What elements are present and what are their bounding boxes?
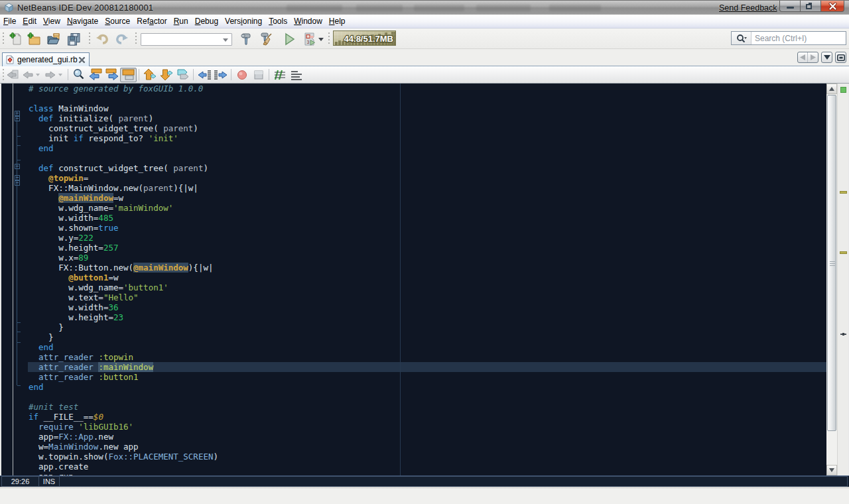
find-previous-occurrence-button[interactable] xyxy=(87,68,103,82)
netbeans-window: NetBeans IDE Dev 200812180001 Send Feedb… xyxy=(0,0,849,504)
fold-end-tick xyxy=(17,342,21,343)
code-line-10: @topwin= xyxy=(29,173,218,183)
run-project-button[interactable] xyxy=(281,31,298,48)
clean-build-icon xyxy=(259,32,274,46)
menu-window[interactable]: Window xyxy=(291,15,326,27)
debug-project-button[interactable]: 3 xyxy=(300,31,318,48)
search-input[interactable]: Search (Ctrl+I) xyxy=(751,34,807,43)
toolbar-grip[interactable] xyxy=(3,32,4,45)
debug-dropdown-button[interactable] xyxy=(317,31,325,48)
tab-close-icon[interactable] xyxy=(78,56,86,64)
menu-tools[interactable]: Tools xyxy=(265,15,291,27)
search-scope-button[interactable] xyxy=(732,32,751,44)
new-file-button[interactable] xyxy=(7,31,25,48)
find-button[interactable] xyxy=(70,68,87,82)
scroll-tabs-right-button[interactable] xyxy=(808,52,818,62)
back-icon xyxy=(22,69,42,81)
menu-help[interactable]: Help xyxy=(326,15,349,27)
forward-button[interactable] xyxy=(43,68,66,82)
send-feedback-link[interactable]: Send Feedback xyxy=(719,3,777,13)
window-title: NetBeans IDE Dev 200812180001 xyxy=(17,3,153,13)
fold-toggle-box[interactable] xyxy=(15,175,20,180)
open-project-button[interactable] xyxy=(45,31,62,48)
code-line-5: construct_widget_tree( parent) xyxy=(29,123,218,133)
build-project-button[interactable] xyxy=(237,31,255,48)
close-button[interactable] xyxy=(820,1,844,12)
menu-navigate[interactable]: Navigate xyxy=(64,15,101,27)
warning-mark[interactable] xyxy=(840,251,847,254)
menu-source[interactable]: Source xyxy=(101,15,133,27)
clean-build-project-button[interactable] xyxy=(258,31,275,48)
tab-generated-gui-rb[interactable]: generated_gui.rb xyxy=(2,52,90,66)
undo-button[interactable] xyxy=(94,31,111,48)
code-line-35: require 'libGUIb16' xyxy=(29,422,218,432)
code-line-4: def initialize( parent) xyxy=(29,113,218,123)
caret-position-mark[interactable] xyxy=(840,334,846,335)
menu-debug[interactable]: Debug xyxy=(192,15,222,27)
title-bar[interactable]: NetBeans IDE Dev 200812180001 Send Feedb… xyxy=(0,0,849,15)
code-editor[interactable]: # source generated by foxGUIb 1.0.0class… xyxy=(0,84,849,475)
menu-file[interactable]: File xyxy=(0,15,19,27)
warning-mark[interactable] xyxy=(840,191,847,194)
toolbar-grip[interactable] xyxy=(135,32,137,45)
code-area[interactable]: # source generated by foxGUIb 1.0.0class… xyxy=(28,84,826,475)
menu-run[interactable]: Run xyxy=(170,15,192,27)
scroll-down-button[interactable] xyxy=(826,465,837,475)
status-message-cell xyxy=(60,476,848,487)
scroll-left-icon xyxy=(800,54,805,60)
fold-toggle-box[interactable] xyxy=(15,180,20,186)
restore-button[interactable] xyxy=(800,1,820,12)
stop-macro-recording-button[interactable] xyxy=(250,68,267,82)
code-line-1: # source generated by foxGUIb 1.0.0 xyxy=(29,84,218,94)
new-project-button[interactable] xyxy=(25,31,42,48)
scrollbar-thumb[interactable] xyxy=(827,95,836,431)
scroll-up-button[interactable] xyxy=(826,84,837,94)
back-button[interactable] xyxy=(21,68,43,82)
comment-lines-button[interactable] xyxy=(271,68,288,82)
save-all-button[interactable] xyxy=(65,31,82,48)
shift-line-left-button[interactable] xyxy=(196,68,212,82)
toolbar-grip[interactable] xyxy=(89,32,90,45)
code-line-23: w.width=36 xyxy=(29,302,218,312)
toggle-highlight-search-button[interactable] xyxy=(120,68,137,82)
insert-mode-cell[interactable]: INS xyxy=(39,476,60,487)
shift-line-right-button[interactable] xyxy=(212,68,229,82)
vertical-scrollbar[interactable] xyxy=(826,84,837,475)
tab-list-dropdown-button[interactable] xyxy=(821,52,832,63)
start-macro-recording-button[interactable] xyxy=(233,68,250,82)
find-icon xyxy=(72,68,85,81)
menu-edit[interactable]: Edit xyxy=(19,15,40,27)
fold-end-tick xyxy=(17,145,21,146)
tab-list-dropdown-cell xyxy=(822,52,832,62)
fold-toggle-box[interactable] xyxy=(15,164,20,169)
highlight-search-icon xyxy=(122,69,135,80)
toggle-bookmark-button[interactable] xyxy=(174,68,191,82)
last-edit-location-button[interactable] xyxy=(4,68,21,82)
fold-toggle-box[interactable] xyxy=(15,116,20,121)
uncomment-lines-button[interactable] xyxy=(288,68,304,82)
memory-gauge[interactable]: 44.8/51.7MB xyxy=(333,31,396,46)
menu-refactor[interactable]: Refactor xyxy=(133,15,170,27)
code-line-15: w.shown=true xyxy=(29,223,218,233)
minimize-button[interactable] xyxy=(779,1,800,12)
configuration-combobox[interactable] xyxy=(141,33,232,46)
maximize-editor-button[interactable] xyxy=(835,52,846,63)
next-bookmark-button[interactable] xyxy=(158,68,174,82)
redo-button[interactable] xyxy=(113,31,131,48)
memory-gauge-graph: 44.8/51.7MB xyxy=(334,31,395,45)
menu-view[interactable]: View xyxy=(40,15,64,27)
previous-bookmark-button[interactable] xyxy=(141,68,158,82)
netbeans-logo-icon xyxy=(4,3,14,13)
open-project-icon xyxy=(46,32,61,46)
code-folding-bar[interactable] xyxy=(13,84,28,475)
error-stripe[interactable] xyxy=(837,84,848,475)
glyph-gutter[interactable] xyxy=(1,84,13,475)
toolbar-grip[interactable] xyxy=(328,32,330,45)
menu-versioning[interactable]: Versioning xyxy=(222,15,265,27)
find-next-occurrence-button[interactable] xyxy=(103,68,120,82)
fold-toggle-box[interactable] xyxy=(15,111,20,116)
fold-line xyxy=(17,121,17,385)
no-errors-indicator[interactable] xyxy=(840,87,846,93)
scroll-tabs-left-button[interactable] xyxy=(798,52,808,62)
quick-search-box[interactable]: Search (Ctrl+I) xyxy=(731,31,846,45)
